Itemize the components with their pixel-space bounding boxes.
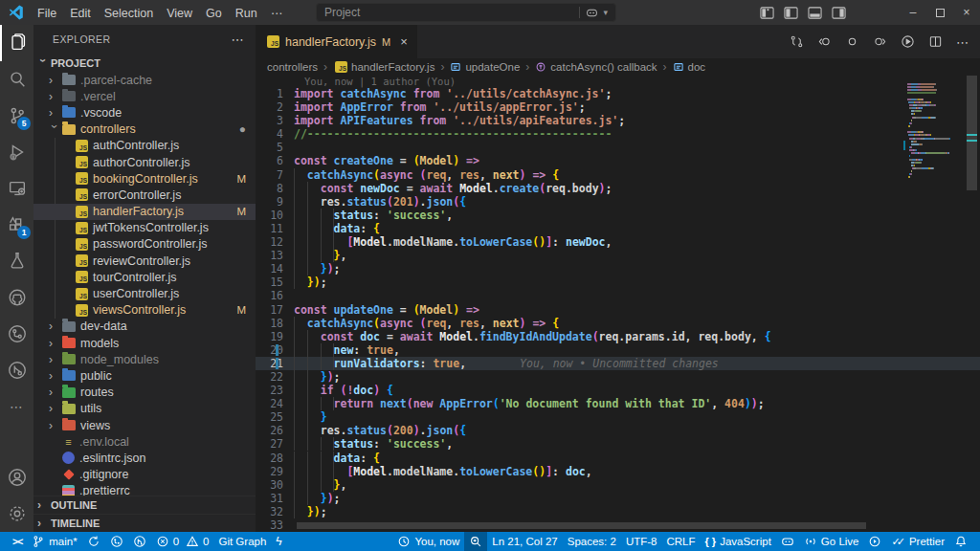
file-handlerFactory-js[interactable]: ›JShandlerFactory.jsM (33, 204, 256, 220)
code-line-24[interactable]: 24 return next(new AppError('No document… (256, 397, 980, 410)
breadcrumb-doc[interactable]: doc (673, 61, 706, 73)
breadcrumb-controllers[interactable]: controllers (267, 61, 318, 73)
folder-controllers[interactable]: ›controllers● (33, 121, 256, 138)
activity-github-icon[interactable] (0, 279, 33, 316)
status-eol[interactable]: CRLF (662, 532, 701, 551)
status-indentation[interactable]: Spaces: 2 (563, 532, 621, 551)
code-line-26[interactable]: 26 res.status(200).json({ (256, 424, 980, 437)
code-line-15[interactable]: 15 }); (256, 276, 980, 289)
close-button[interactable]: × (953, 0, 980, 25)
code-line-22[interactable]: 22 }); (256, 370, 980, 384)
minimize-button[interactable]: – (900, 0, 926, 25)
folder-dev-data[interactable]: ›dev-data (33, 319, 256, 335)
code-line-6[interactable]: 6const createOne = (Model) => (256, 154, 980, 167)
toggle-panel-icon[interactable] (808, 6, 822, 20)
copilot-icon[interactable] (586, 7, 598, 19)
status-remote-indicator[interactable]: >< (8, 532, 27, 551)
code-line-13[interactable]: 13 }, (256, 249, 980, 262)
breadcrumb-updateOne[interactable]: updateOne (450, 61, 520, 73)
file-passwordController-js[interactable]: ›JSpasswordController.js (33, 236, 256, 253)
folder--vscode[interactable]: ›.vscode (33, 104, 256, 121)
code-line-2[interactable]: 2import AppError from '../utils/appError… (256, 100, 980, 114)
activity-extensions-icon[interactable]: 1 (0, 207, 33, 243)
tab-close-icon[interactable]: × (400, 34, 408, 49)
code-line-14[interactable]: 14 }); (256, 262, 980, 276)
activity-git-graph-icon[interactable] (0, 316, 33, 352)
tab-handlerfactory[interactable]: JS handlerFactory.js M × (256, 25, 417, 58)
folder-node-modules[interactable]: ›node_modules (33, 351, 256, 367)
status-sync[interactable] (82, 532, 105, 551)
menu-run[interactable]: Run (229, 7, 264, 20)
code-line-28[interactable]: 28 data: { (256, 452, 980, 465)
activity-gitlens-icon[interactable] (0, 352, 33, 388)
activity-remote-explorer-icon[interactable] (0, 170, 33, 207)
status-copilot[interactable] (776, 532, 799, 551)
timeline-section[interactable]: › TIMELINE (33, 514, 256, 532)
activity-source-control-icon[interactable]: 5 (0, 98, 33, 134)
file-reviewController-js[interactable]: ›JSreviewController.js (33, 253, 256, 269)
file-authController-js[interactable]: ›JSauthController.js (33, 138, 256, 154)
file-tourController-js[interactable]: ›JStourController.js (33, 269, 256, 285)
status-encoding[interactable]: UTF-8 (621, 532, 662, 551)
more-actions-icon[interactable]: ⋯ (956, 33, 969, 51)
status-branch[interactable]: main* (27, 532, 81, 551)
status-notifications[interactable] (949, 532, 972, 551)
file--prettierrc[interactable]: ›.prettierrc (33, 483, 256, 496)
explorer-more-icon[interactable]: ⋯ (232, 33, 244, 47)
code-line-32[interactable]: 32 }); (256, 505, 980, 518)
menu-edit[interactable]: Edit (63, 7, 98, 20)
code-line-3[interactable]: 3import APIFeatures from '../utils/apiFe… (256, 114, 980, 127)
activity-explorer-icon[interactable] (0, 25, 33, 61)
code-line-8[interactable]: 8 const newDoc = await Model.create(req.… (256, 182, 980, 195)
activity-settings-icon[interactable] (0, 496, 33, 532)
file--env-local[interactable]: ›≡.env.local (33, 433, 256, 450)
breadcrumb-catchAsync-callback[interactable]: catchAsync() callback (535, 61, 657, 73)
open-change-icon[interactable] (845, 34, 859, 49)
folder--vercel[interactable]: ›.vercel (33, 88, 256, 104)
status-language-mode[interactable]: { }JavaScript (701, 532, 776, 551)
activity-more-icon[interactable]: ⋯ (0, 388, 33, 425)
status-git-graph[interactable]: Git Graph (213, 532, 271, 551)
code-line-16[interactable]: 16 (256, 289, 980, 302)
file--gitignore[interactable]: ›.gitignore (33, 467, 256, 483)
status-gitlens-icon[interactable] (128, 532, 151, 551)
code-line-31[interactable]: 31 }); (256, 492, 980, 505)
folder-models[interactable]: ›models (33, 335, 256, 351)
status-gitlens-blame[interactable]: You, now (392, 532, 464, 551)
code-line-9[interactable]: 9 res.status(201).json({ (256, 195, 980, 209)
project-section-header[interactable]: › PROJECT (33, 54, 256, 72)
status-code-runner[interactable] (863, 532, 886, 551)
breadcrumb-handlerFactory-js[interactable]: JShandlerFactory.js (333, 61, 434, 73)
menu-file[interactable]: File (31, 7, 63, 20)
code-line-17[interactable]: 17const updateOne = (Model) => (256, 303, 980, 317)
status-cursor-position[interactable]: Ln 21, Col 27 (487, 532, 562, 551)
code-line-30[interactable]: 30 }, (256, 478, 980, 492)
code-line-23[interactable]: 23 if (!doc) { (256, 384, 980, 397)
toggle-primary-sidebar-icon[interactable] (784, 6, 798, 20)
code-line-18[interactable]: 18 catchAsync(async (req, res, next) => … (256, 317, 980, 330)
activity-search-icon[interactable] (0, 61, 33, 98)
file-jwtTokensController-js[interactable]: ›JSjwtTokensController.js (33, 220, 256, 236)
code-line-12[interactable]: 12 [Model.modelName.toLowerCase()]: newD… (256, 235, 980, 249)
menu-go[interactable]: Go (199, 7, 229, 20)
code-line-4[interactable]: 4//-------------------------------------… (256, 127, 980, 141)
code-line-11[interactable]: 11 data: { (256, 222, 980, 235)
run-file-icon[interactable] (901, 34, 915, 49)
code-line-21[interactable]: 21 runValidators: true,You, now • Uncomm… (256, 357, 980, 370)
activity-run-and-debug-icon[interactable] (0, 134, 33, 170)
file-userController-js[interactable]: ›JSuserController.js (33, 285, 256, 301)
activity-testing-icon[interactable] (0, 243, 33, 279)
code-line-27[interactable]: 27 status: 'success', (256, 437, 980, 451)
status-zap[interactable]: ϟ (271, 532, 286, 551)
maximize-button[interactable] (926, 0, 953, 25)
code-line-5[interactable]: 5 (256, 141, 980, 154)
menu-selection[interactable]: Selection (98, 7, 160, 20)
folder--parcel-cache[interactable]: ›.parcel-cache (33, 72, 256, 88)
horizontal-scrollbar[interactable] (297, 522, 866, 529)
activity-account-icon[interactable] (0, 459, 33, 496)
previous-change-icon[interactable] (817, 34, 832, 49)
status-go-live[interactable]: Go Live (799, 532, 864, 551)
file-authorController-js[interactable]: ›JSauthorController.js (33, 154, 256, 170)
code-line-10[interactable]: 10 status: 'success', (256, 209, 980, 222)
code-line-29[interactable]: 29 [Model.modelName.toLowerCase()]: doc, (256, 465, 980, 478)
